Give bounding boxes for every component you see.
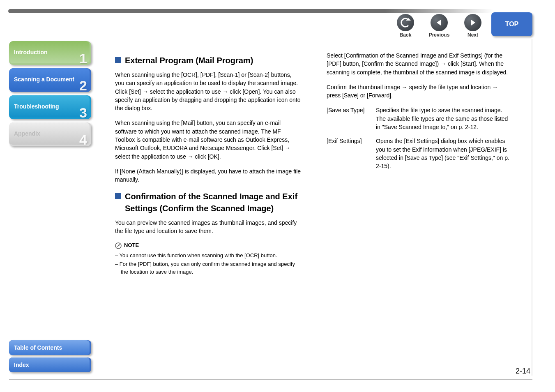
sidebar-item-number: 4 (79, 132, 87, 146)
next-icon (464, 14, 481, 31)
body-text: When scanning using the [Mail] button, y… (115, 119, 302, 160)
index-button[interactable]: Index (9, 357, 91, 372)
previous-label: Previous (429, 32, 450, 38)
section-heading-external-program: External Program (Mail Program) (125, 55, 253, 67)
sidebar-item-scanning[interactable]: Scanning a Document 2 (9, 68, 91, 92)
svg-marker-1 (437, 20, 441, 25)
back-icon (397, 14, 414, 31)
definition-row: [Save as Type] Specifies the file type t… (327, 106, 514, 131)
top-button[interactable]: TOP (491, 12, 532, 36)
note-label: NOTE (124, 242, 139, 249)
note-item: – You cannot use this function when scan… (115, 252, 302, 260)
section-heading-confirmation: Confirmation of the Scanned Image and Ex… (125, 191, 302, 214)
sidebar-item-number: 3 (79, 105, 87, 119)
body-text: Select [Confirmation of the Scanned Imag… (327, 51, 514, 76)
definition-text: Opens the [Exif Settings] dialog box whi… (376, 137, 514, 170)
right-edge-line (532, 39, 532, 376)
page-number: 2-14 (516, 367, 530, 376)
sidebar-item-troubleshooting[interactable]: Troubleshooting 3 (9, 95, 91, 119)
bullet-square-icon (115, 193, 121, 199)
body-text: Confirm the thumbnail image → specify th… (327, 83, 514, 100)
top-button-label: TOP (505, 21, 519, 28)
sidebar-item-label: Introduction (14, 49, 48, 56)
sidebar-item-number: 2 (79, 78, 87, 92)
index-label: Index (14, 362, 29, 369)
sidebar-item-label: Appendix (14, 130, 40, 137)
next-label: Next (467, 32, 478, 38)
left-column: External Program (Mail Program) When sca… (115, 51, 302, 277)
previous-button[interactable]: Previous (427, 14, 451, 38)
body-text: If [None (Attach Manually)] is displayed… (115, 167, 302, 184)
sidebar-item-appendix[interactable]: Appendix 4 (9, 122, 91, 146)
footer-divider (9, 379, 532, 380)
sidebar-item-label: Scanning a Document (14, 76, 74, 83)
note-icon (115, 242, 122, 249)
bullet-square-icon (115, 57, 121, 63)
back-label: Back (400, 32, 412, 38)
previous-icon (431, 14, 448, 31)
sidebar-item-label: Troubleshooting (14, 103, 59, 110)
body-text: When scanning using the [OCR], [PDF], [S… (115, 71, 302, 112)
definition-text: Specifies the file type to save the scan… (376, 106, 514, 131)
right-column: Select [Confirmation of the Scanned Imag… (327, 51, 514, 277)
svg-marker-2 (471, 20, 475, 25)
definition-term: [Exif Settings] (327, 137, 376, 170)
definition-row: [Exif Settings] Opens the [Exif Settings… (327, 137, 514, 170)
note-item: – For the [PDF] button, you can only con… (115, 261, 302, 276)
toc-button[interactable]: Table of Contents (9, 340, 91, 355)
back-button[interactable]: Back (393, 14, 418, 38)
sidebar-item-introduction[interactable]: Introduction 1 (9, 41, 91, 65)
header-bar (8, 9, 547, 13)
sidebar-item-number: 1 (79, 51, 87, 65)
toc-label: Table of Contents (14, 344, 62, 351)
next-button[interactable]: Next (461, 14, 485, 38)
definition-term: [Save as Type] (327, 106, 376, 131)
body-text: You can preview the scanned images as th… (115, 219, 302, 235)
